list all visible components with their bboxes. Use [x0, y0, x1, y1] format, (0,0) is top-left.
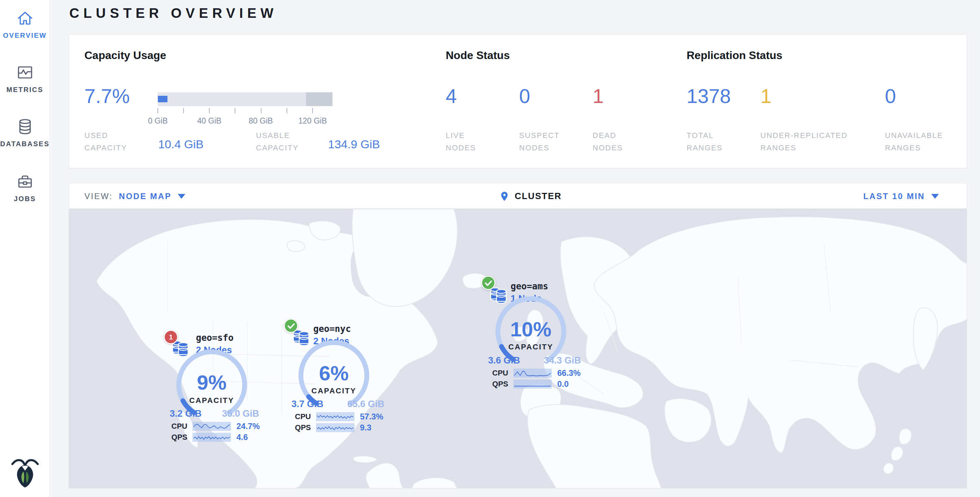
- qps-value: 9.3: [360, 423, 371, 432]
- suspect-nodes-label: SUSPECTNODES: [519, 129, 560, 154]
- chevron-down-icon: [178, 194, 185, 199]
- cpu-sparkline: [513, 369, 552, 378]
- axis-tick-label: 0 GiB: [137, 116, 178, 126]
- cpu-value: 57.3%: [360, 412, 383, 422]
- locality-name: geo=sfo: [196, 333, 234, 343]
- usable-capacity-label: USABLECAPACITY: [256, 129, 299, 154]
- dead-nodes-label: DEADNODES: [593, 129, 623, 154]
- axis-tick: [209, 108, 210, 113]
- map-pin-icon: [499, 190, 510, 203]
- cockroachdb-logo: [10, 457, 40, 488]
- capacity-total-value: 65.6 GiB: [347, 399, 384, 409]
- qps-sparkline: [513, 380, 552, 389]
- qps-sparkline: [316, 423, 355, 432]
- cpu-label: CPU: [295, 412, 311, 421]
- capacity-percent: 7.7%: [84, 86, 130, 106]
- unavailable-ranges-count: 0: [885, 86, 896, 106]
- axis-tick: [261, 108, 261, 113]
- qps-value: 4.6: [236, 432, 248, 442]
- view-value: NODE MAP: [119, 191, 172, 201]
- capacity-usage-title: Capacity Usage: [84, 49, 166, 62]
- qps-label: QPS: [172, 433, 187, 442]
- qps-sparkline: [192, 433, 231, 442]
- healthy-badge: [481, 276, 495, 290]
- sidebar: OVERVIEW METRICS DATABASES: [0, 0, 50, 497]
- view-label: VIEW:: [84, 191, 113, 201]
- capacity-used-value: 3.2 GiB: [170, 408, 201, 419]
- capacity-used-value: 3.6 GiB: [488, 355, 520, 366]
- live-nodes-count: 4: [446, 86, 457, 106]
- total-ranges-count: 1378: [687, 86, 731, 106]
- cpu-sparkline: [192, 422, 231, 431]
- time-range-selector[interactable]: LAST 10 MIN: [863, 183, 939, 209]
- healthy-badge: [284, 319, 298, 333]
- capacity-label: CAPACITY: [509, 342, 554, 352]
- sidebar-item-jobs[interactable]: JOBS: [0, 173, 50, 203]
- capacity-percent: 6%: [319, 362, 349, 385]
- cpu-value: 24.7%: [236, 422, 260, 431]
- used-capacity-label: USEDCAPACITY: [84, 129, 127, 154]
- unavailable-ranges-label: UNAVAILABLERANGES: [885, 129, 943, 154]
- jobs-icon: [16, 173, 33, 190]
- axis-tick: [235, 108, 235, 113]
- cpu-label: CPU: [172, 422, 187, 431]
- breadcrumb[interactable]: CLUSTER: [499, 183, 562, 209]
- capacity-bar-reserved-segment: [306, 92, 332, 106]
- capacity-bar: [158, 92, 332, 106]
- sidebar-item-overview[interactable]: OVERVIEW: [0, 10, 50, 40]
- qps-value: 0.0: [557, 379, 569, 389]
- capacity-percent: 10%: [510, 317, 551, 341]
- cluster-summary-card: Capacity Usage 7.7% 0 GiB 40 GiB 80 GiB …: [68, 34, 967, 168]
- axis-tick: [312, 108, 313, 113]
- locality-name: geo=nyc: [313, 324, 351, 334]
- home-icon: [16, 10, 33, 27]
- cpu-label: CPU: [492, 369, 508, 378]
- capacity-used-value: 3.7 GiB: [291, 399, 323, 409]
- node-status-title: Node Status: [446, 49, 510, 62]
- capacity-label: CAPACITY: [312, 387, 356, 395]
- sidebar-item-label: METRICS: [0, 86, 50, 94]
- warning-badge: 1: [164, 330, 178, 344]
- capacity-label: CAPACITY: [189, 396, 234, 405]
- sidebar-item-metrics[interactable]: METRICS: [0, 64, 50, 94]
- capacity-bar-used-fill: [158, 96, 167, 102]
- databases-icon: [16, 118, 33, 135]
- axis-tick-label: 120 GiB: [292, 116, 333, 126]
- suspect-nodes-count: 0: [519, 86, 530, 106]
- usable-capacity-value: 134.9 GiB: [328, 138, 380, 151]
- capacity-percent: 9%: [197, 371, 227, 394]
- metrics-icon: [16, 64, 33, 81]
- cpu-sparkline: [316, 412, 355, 421]
- under-replicated-ranges-count: 1: [760, 86, 772, 106]
- total-ranges-label: TOTALRANGES: [687, 129, 723, 154]
- map-toolbar: VIEW: NODE MAP CLUSTER LAST 10 MIN: [68, 183, 967, 209]
- axis-tick: [286, 108, 287, 113]
- sidebar-item-label: OVERVIEW: [0, 32, 50, 40]
- axis-tick: [158, 108, 158, 113]
- sidebar-item-label: DATABASES: [0, 140, 50, 148]
- dead-nodes-count: 1: [593, 86, 604, 106]
- capacity-total-value: 34.3 GiB: [544, 355, 581, 366]
- cpu-value: 66.3%: [557, 368, 581, 378]
- locality-name: geo=ams: [511, 281, 548, 292]
- qps-label: QPS: [492, 380, 508, 389]
- qps-label: QPS: [295, 423, 311, 432]
- node-map[interactable]: 1 geo=sfo 2 Nodes 9% CAPACITY 3.2 GiB 35…: [68, 209, 967, 488]
- chevron-down-icon: [931, 194, 939, 199]
- axis-tick: [183, 108, 184, 113]
- sidebar-item-label: JOBS: [0, 195, 50, 203]
- used-capacity-value: 10.4 GiB: [158, 138, 204, 151]
- axis-tick-label: 80 GiB: [240, 116, 282, 126]
- replication-status-title: Replication Status: [687, 49, 782, 62]
- under-replicated-ranges-label: UNDER-REPLICATEDRANGES: [760, 129, 848, 154]
- sidebar-item-databases[interactable]: DATABASES: [0, 118, 50, 148]
- live-nodes-label: LIVENODES: [446, 129, 476, 154]
- page-title: CLUSTER OVERVIEW: [69, 5, 278, 21]
- time-range-value: LAST 10 MIN: [863, 191, 925, 201]
- axis-tick-label: 40 GiB: [189, 116, 230, 126]
- capacity-total-value: 35.0 GiB: [222, 408, 259, 419]
- view-selector[interactable]: VIEW: NODE MAP: [84, 183, 185, 209]
- breadcrumb-label: CLUSTER: [515, 191, 562, 201]
